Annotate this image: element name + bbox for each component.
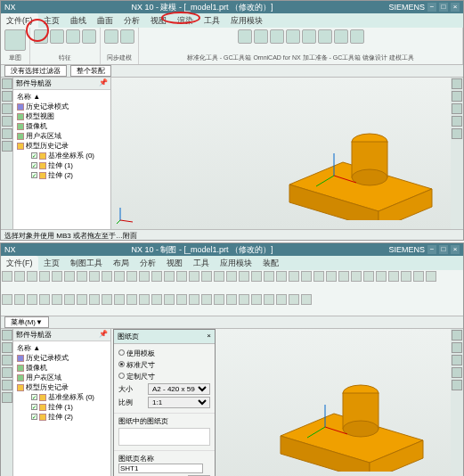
rib-icon[interactable] [164, 294, 175, 305]
rib-icon[interactable] [189, 271, 199, 282]
rib-icon[interactable] [301, 294, 312, 305]
menu-dropdown[interactable]: 菜单(M)▼ [4, 316, 49, 328]
nav-tab-icon[interactable] [2, 355, 12, 365]
tab-tools[interactable]: 工具 [199, 13, 225, 28]
tab-analysis[interactable]: 分析 [118, 13, 145, 28]
rib-icon[interactable] [39, 271, 50, 282]
checkbox[interactable] [31, 152, 37, 159]
checkbox[interactable] [31, 172, 37, 178]
rib-icon[interactable] [151, 271, 162, 282]
rib-icon[interactable] [239, 294, 249, 305]
rib-icon[interactable] [27, 294, 37, 305]
sync-icon[interactable] [104, 29, 118, 44]
sync-icon[interactable] [120, 29, 134, 44]
tab-layout[interactable]: 布局 [108, 256, 134, 270]
rtool-icon[interactable] [452, 367, 462, 378]
nav-tab-icon[interactable] [2, 392, 12, 403]
rtool-icon[interactable] [452, 342, 462, 353]
tree-item[interactable]: 模型视图 [15, 111, 109, 121]
rib-icon[interactable] [52, 294, 62, 305]
rib-icon[interactable] [89, 294, 100, 305]
tool-icon[interactable] [238, 29, 252, 44]
rib-icon[interactable] [114, 271, 125, 282]
dialog-close-icon[interactable]: × [207, 332, 211, 341]
tree-item[interactable]: 摄像机 [15, 121, 109, 131]
tool-icon[interactable] [318, 29, 332, 44]
rib-icon[interactable] [401, 271, 411, 282]
scope-select[interactable]: 整个装配 [70, 65, 111, 77]
rib-icon[interactable] [126, 294, 137, 305]
rtool-icon[interactable] [452, 380, 462, 390]
tool-icon[interactable] [334, 29, 348, 44]
pin-icon[interactable]: 📌 [99, 330, 108, 340]
nav-tab-icon[interactable] [2, 342, 12, 353]
rib-icon[interactable] [39, 294, 50, 305]
rib-icon[interactable] [2, 271, 12, 282]
rib-icon[interactable] [226, 294, 237, 305]
rib-icon[interactable] [239, 271, 249, 282]
rib-icon[interactable] [363, 271, 374, 282]
close-button[interactable]: × [451, 3, 460, 12]
sketch-icon[interactable] [4, 29, 26, 51]
pin-icon[interactable]: 📌 [99, 78, 108, 88]
rib-icon[interactable] [313, 271, 324, 282]
rib-icon[interactable] [201, 271, 212, 282]
tree-item[interactable]: 摄像机 [15, 363, 109, 373]
minimize-button[interactable]: − [427, 245, 436, 254]
nav-tab-icon[interactable] [2, 116, 12, 127]
checkbox[interactable] [31, 414, 37, 420]
rib-icon[interactable] [14, 271, 25, 282]
rib-icon[interactable] [289, 294, 299, 305]
tab-surface[interactable]: 曲面 [92, 13, 118, 28]
tab-view[interactable]: 视图 [145, 13, 172, 28]
tree-item[interactable]: 历史记录模式 [15, 102, 109, 111]
tab-curve[interactable]: 曲线 [65, 13, 92, 28]
tab-tools[interactable]: 工具 [188, 256, 215, 270]
minimize-button[interactable]: − [427, 3, 436, 12]
rib-icon[interactable] [276, 294, 287, 305]
rib-icon[interactable] [151, 294, 162, 305]
tool-icon[interactable] [286, 29, 300, 44]
filter-select[interactable]: 没有选择过滤器 [4, 65, 67, 77]
rib-icon[interactable] [176, 294, 187, 305]
rib-icon[interactable] [388, 271, 399, 282]
tree-item[interactable]: 模型历史记录 [15, 141, 109, 151]
tool-icon[interactable] [302, 29, 316, 44]
rib-icon[interactable] [251, 294, 262, 305]
scale-select[interactable]: 1:1 [148, 397, 210, 408]
tab-render[interactable]: 渲染 [172, 13, 199, 28]
feature-icon[interactable] [34, 29, 48, 44]
tab-home[interactable]: 主页 [38, 13, 65, 28]
tab-application[interactable]: 应用模块 [225, 13, 268, 28]
rib-icon[interactable] [2, 294, 12, 305]
tree-item[interactable]: 用户表区域 [15, 373, 109, 382]
nav-tab-icon[interactable] [2, 128, 12, 139]
rib-icon[interactable] [276, 271, 287, 282]
rib-icon[interactable] [114, 294, 125, 305]
rtool-icon[interactable] [452, 128, 462, 139]
rib-icon[interactable] [326, 271, 337, 282]
rib-icon[interactable] [376, 271, 387, 282]
rtool-icon[interactable] [452, 116, 462, 127]
rib-icon[interactable] [139, 271, 150, 282]
rib-icon[interactable] [264, 294, 274, 305]
rib-icon[interactable] [77, 271, 87, 282]
tree-item[interactable]: 拉伸 (1) [15, 402, 109, 412]
checkbox[interactable] [31, 404, 37, 410]
rtool-icon[interactable] [452, 355, 462, 365]
tool-icon[interactable] [254, 29, 268, 44]
rib-icon[interactable] [289, 271, 299, 282]
nav-tab-icon[interactable] [2, 330, 12, 341]
rib-icon[interactable] [64, 271, 75, 282]
feature-icon[interactable] [50, 29, 64, 44]
tree-item[interactable]: 用户表区域 [15, 131, 109, 141]
rib-icon[interactable] [52, 271, 62, 282]
rib-icon[interactable] [426, 271, 436, 282]
rib-icon[interactable] [251, 271, 262, 282]
size-select[interactable]: A2 - 420 x 594 [148, 383, 210, 395]
rib-icon[interactable] [214, 294, 224, 305]
rib-icon[interactable] [164, 271, 175, 282]
rtool-icon[interactable] [452, 103, 462, 114]
rib-icon[interactable] [139, 294, 150, 305]
rib-icon[interactable] [14, 294, 25, 305]
